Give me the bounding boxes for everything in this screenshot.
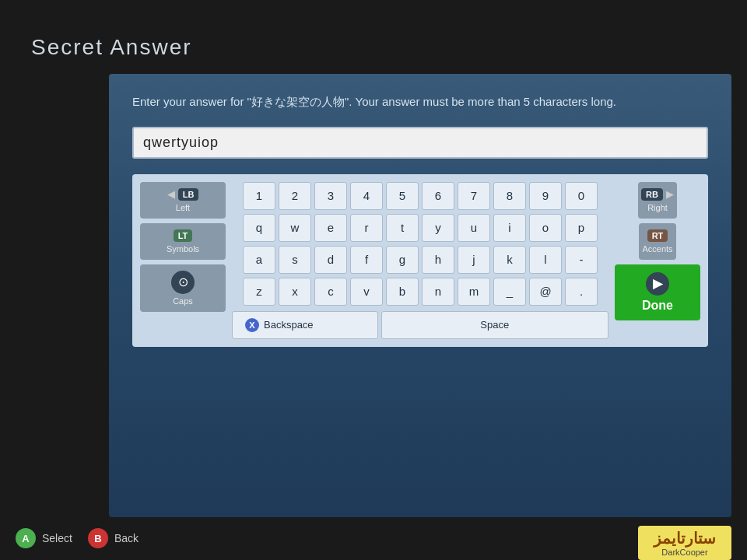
key-f[interactable]: f (350, 246, 383, 274)
a-row: a s d f g h j k l - (232, 246, 608, 274)
rb-icon: RB (641, 188, 663, 201)
key-l[interactable]: l (529, 246, 562, 274)
left-button[interactable]: ◀ LB Left (140, 182, 226, 219)
rt-icon: RT (647, 229, 668, 242)
accents-button[interactable]: RT Accents (639, 223, 675, 260)
key-s[interactable]: s (279, 246, 311, 274)
right-button-label: Right (647, 203, 668, 212)
key-z[interactable]: z (243, 278, 275, 306)
accents-button-label: Accents (642, 244, 672, 254)
watermark-username: DarkCooper (644, 548, 725, 557)
key-c[interactable]: c (314, 278, 347, 306)
lb-icon: LB (178, 188, 199, 201)
secret-answer-input[interactable] (132, 127, 708, 159)
x-icon: X (245, 318, 259, 332)
key-m[interactable]: m (458, 278, 490, 306)
key-q[interactable]: q (243, 214, 275, 242)
instruction-text: Enter your answer for "好きな架空の人物". Your a… (132, 93, 677, 111)
key-w[interactable]: w (279, 214, 311, 242)
left-button-label: Left (176, 203, 190, 212)
page-title: Secret Answer (31, 35, 192, 60)
key-5[interactable]: 5 (386, 182, 419, 210)
space-button[interactable]: Space (381, 311, 608, 339)
key-7[interactable]: 7 (458, 182, 490, 210)
caps-stick-icon: ⊙ (171, 271, 195, 294)
backspace-button[interactable]: X Backspace (232, 311, 378, 339)
key-period[interactable]: . (565, 278, 598, 306)
key-2[interactable]: 2 (279, 182, 311, 210)
backspace-label: Backspace (264, 319, 314, 331)
key-at[interactable]: @ (529, 278, 562, 306)
symbols-button-label: Symbols (167, 244, 199, 254)
key-3[interactable]: 3 (314, 182, 347, 210)
z-row: z x c v b n m _ @ . (232, 278, 608, 306)
caps-button-label: Caps (173, 296, 193, 306)
done-play-icon: ▶ (646, 272, 669, 296)
key-p[interactable]: p (565, 214, 598, 242)
key-h[interactable]: h (422, 246, 454, 274)
left-controls: ◀ LB Left LT Symbols ⊙ Caps (140, 182, 226, 339)
key-v[interactable]: v (350, 278, 383, 306)
key-k[interactable]: k (493, 246, 526, 274)
key-g[interactable]: g (386, 246, 419, 274)
watermark: ستارتايمز DarkCooper (638, 526, 731, 560)
b-button-icon: B (88, 528, 108, 548)
done-label: Done (642, 299, 673, 313)
key-6[interactable]: 6 (422, 182, 454, 210)
key-e[interactable]: e (314, 214, 347, 242)
lt-icon: LT (174, 229, 193, 242)
key-i[interactable]: i (493, 214, 526, 242)
right-button[interactable]: RB ▶ Right (638, 182, 677, 219)
select-control: A Select (16, 528, 72, 548)
center-keys: 1 2 3 4 5 6 7 8 9 0 q w e r t y u i o (232, 182, 608, 339)
select-label: Select (42, 532, 72, 544)
key-0[interactable]: 0 (565, 182, 598, 210)
done-button[interactable]: ▶ Done (615, 264, 700, 320)
key-dash[interactable]: - (565, 246, 598, 274)
back-control: B Back (88, 528, 139, 548)
key-j[interactable]: j (458, 246, 490, 274)
key-x[interactable]: x (279, 278, 311, 306)
key-d[interactable]: d (314, 246, 347, 274)
key-8[interactable]: 8 (493, 182, 526, 210)
key-1[interactable]: 1 (243, 182, 275, 210)
key-r[interactable]: r (350, 214, 383, 242)
caps-button[interactable]: ⊙ Caps (140, 264, 226, 312)
watermark-logo: ستارتايمز (644, 529, 725, 548)
right-controls: RB ▶ Right RT Accents ▶ Done (615, 182, 700, 339)
key-o[interactable]: o (529, 214, 562, 242)
back-label: Back (114, 532, 139, 544)
keyboard-container: ◀ LB Left LT Symbols ⊙ Caps 1 2 3 (132, 174, 708, 347)
key-a[interactable]: a (243, 246, 275, 274)
a-button-icon: A (16, 528, 36, 548)
key-n[interactable]: n (422, 278, 454, 306)
bottom-bar: A Select B Back (16, 528, 731, 548)
key-t[interactable]: t (386, 214, 419, 242)
key-b[interactable]: b (386, 278, 419, 306)
key-u[interactable]: u (458, 214, 490, 242)
key-9[interactable]: 9 (529, 182, 562, 210)
symbols-button[interactable]: LT Symbols (140, 223, 226, 260)
bottom-row: X Backspace Space (232, 311, 608, 339)
q-row: q w e r t y u i o p (232, 214, 608, 242)
key-4[interactable]: 4 (350, 182, 383, 210)
main-panel: Enter your answer for "好きな架空の人物". Your a… (109, 74, 731, 517)
number-row: 1 2 3 4 5 6 7 8 9 0 (232, 182, 608, 210)
key-y[interactable]: y (422, 214, 454, 242)
key-underscore[interactable]: _ (493, 278, 526, 306)
